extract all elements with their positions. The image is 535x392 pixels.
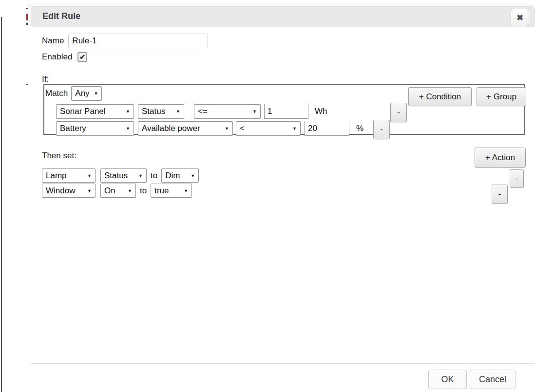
action-value-select[interactable]: true ▼ [151, 184, 192, 198]
condition-property-value: Available power [142, 124, 200, 133]
enabled-checkbox[interactable]: ✔ [77, 52, 87, 62]
match-mode-value: Any [75, 89, 89, 98]
condition-value-input[interactable] [305, 121, 349, 136]
chevron-down-icon: ▼ [176, 109, 180, 114]
match-row: Match Any ▼ [45, 86, 102, 101]
edit-rule-dialog: Edit Rule ✖ Name Enabled ✔ If: Match Any… [28, 4, 535, 392]
check-icon: ✔ [79, 53, 86, 61]
ok-button[interactable]: OK [428, 370, 467, 389]
condition-device-value: Battery [60, 124, 86, 133]
action-value: true [154, 186, 169, 196]
chevron-down-icon: ▼ [126, 109, 130, 114]
condition-row: Battery ▼ Available power ▼ < ▼ % [56, 121, 363, 136]
close-icon: ✖ [516, 13, 523, 23]
remove-condition-button[interactable]: - [373, 120, 390, 139]
condition-unit-label: Wh [315, 107, 327, 116]
name-label: Name [42, 36, 64, 46]
action-device-select[interactable]: Window ▼ [42, 184, 96, 198]
action-device-value: Window [46, 186, 75, 196]
match-mode-select[interactable]: Any ▼ [71, 86, 102, 101]
condition-property-select[interactable]: Status ▼ [138, 104, 184, 119]
condition-operator-select[interactable]: < ▼ [236, 121, 301, 136]
action-value-select[interactable]: Dim ▼ [161, 168, 199, 183]
dialog-title: Edit Rule [42, 11, 80, 21]
action-property-value: Status [104, 171, 128, 181]
condition-row: Sonar Panel ▼ Status ▼ <= ▼ Wh [56, 104, 327, 119]
chevron-down-icon: ▼ [87, 173, 92, 178]
chevron-down-icon: ▼ [138, 173, 143, 178]
condition-unit-label: % [356, 124, 363, 133]
chevron-down-icon: ▼ [184, 188, 188, 193]
enabled-label: Enabled [42, 52, 72, 62]
condition-operator-select[interactable]: <= ▼ [194, 104, 261, 119]
match-label: Match [45, 89, 68, 98]
to-label: to [151, 171, 157, 181]
dialog-titlebar: Edit Rule ✖ [31, 6, 535, 27]
action-device-value: Lamp [46, 171, 67, 181]
add-condition-button[interactable]: + Condition [408, 87, 472, 106]
then-set-label: Then set: [42, 151, 76, 161]
condition-operator-value: < [240, 124, 245, 133]
condition-device-select[interactable]: Battery ▼ [56, 121, 134, 136]
chevron-down-icon: ▼ [128, 188, 132, 193]
remove-condition-button[interactable]: - [390, 103, 407, 122]
action-value: Dim [165, 171, 180, 181]
add-action-button[interactable]: + Action [475, 148, 526, 168]
action-property-select[interactable]: On ▼ [100, 184, 136, 198]
if-label: If: [42, 75, 49, 84]
enabled-row: Enabled ✔ [42, 51, 87, 63]
add-group-button[interactable]: + Group [477, 87, 526, 106]
remove-action-button[interactable]: - [492, 185, 508, 204]
cancel-button[interactable]: Cancel [470, 370, 516, 389]
condition-operator-value: <= [198, 107, 208, 116]
chevron-down-icon: ▼ [126, 126, 130, 131]
close-button[interactable]: ✖ [511, 9, 529, 26]
action-row: Lamp ▼ Status ▼ to Dim ▼ [42, 168, 199, 183]
chevron-down-icon: ▼ [94, 91, 98, 96]
chevron-down-icon: ▼ [87, 188, 92, 193]
condition-property-value: Status [142, 107, 165, 116]
condition-device-select[interactable]: Sonar Panel ▼ [56, 104, 134, 119]
action-property-select[interactable]: Status ▼ [100, 168, 147, 183]
condition-value-input[interactable] [264, 104, 308, 119]
condition-device-value: Sonar Panel [60, 107, 106, 116]
action-row: Window ▼ On ▼ to true ▼ [42, 184, 192, 198]
background-panel-edge [1, 17, 2, 392]
condition-property-select[interactable]: Available power ▼ [138, 121, 233, 136]
name-row: Name [42, 34, 208, 48]
remove-action-button[interactable]: - [510, 169, 524, 188]
condition-group-box: Match Any ▼ + Condition + Group Sonar Pa… [43, 84, 525, 135]
to-label: to [140, 186, 147, 196]
action-device-select[interactable]: Lamp ▼ [42, 168, 96, 183]
rule-name-input[interactable] [68, 34, 208, 48]
footer-divider [31, 363, 535, 364]
action-property-value: On [104, 186, 115, 196]
chevron-down-icon: ▼ [191, 173, 195, 178]
chevron-down-icon: ▼ [225, 126, 229, 131]
chevron-down-icon: ▼ [292, 126, 297, 131]
chevron-down-icon: ▼ [252, 109, 257, 114]
